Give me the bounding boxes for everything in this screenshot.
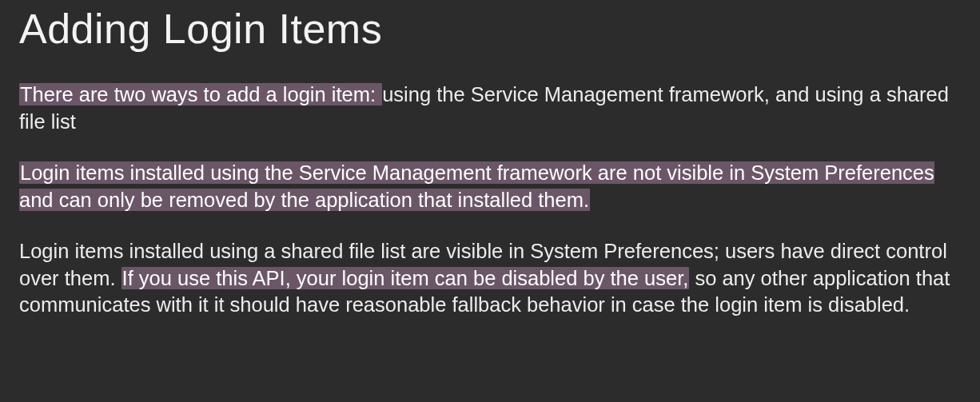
- page-title: Adding Login Items: [19, 0, 961, 53]
- document-page: Adding Login Items There are two ways to…: [0, 0, 980, 338]
- paragraph-3: Login items installed using a shared fil…: [19, 214, 961, 320]
- highlighted-text: There are two ways to add a login item:: [19, 83, 382, 105]
- paragraph-2: Login items installed using the Service …: [19, 136, 961, 214]
- highlighted-text: If you use this API, your login item can…: [122, 267, 690, 289]
- highlighted-text: Login items installed using the Service …: [19, 161, 934, 211]
- paragraph-1: There are two ways to add a login item: …: [19, 53, 961, 136]
